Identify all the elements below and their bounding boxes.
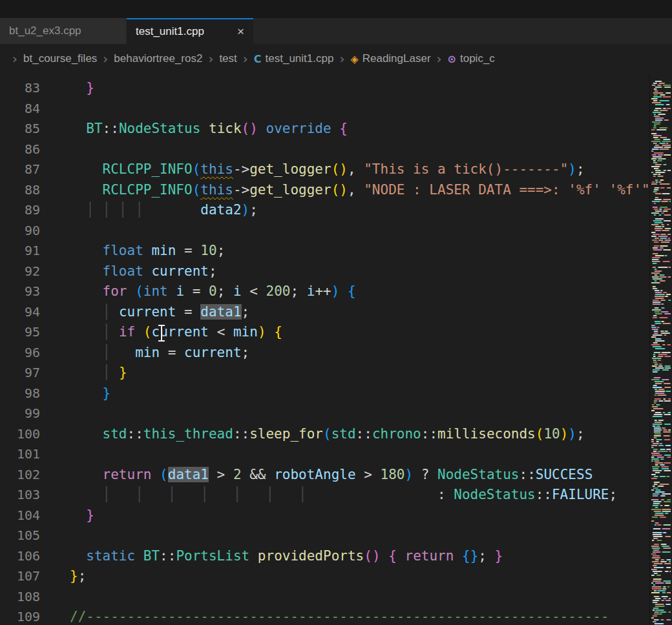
- code-token: ;: [78, 568, 87, 584]
- code-token: [70, 161, 103, 177]
- code-area[interactable]: 83 }8485 BT::NodeStatus tick() override …: [0, 74, 649, 625]
- code-line[interactable]: 100 std::this_thread::sleep_for(std::chr…: [0, 424, 649, 445]
- breadcrumb-item[interactable]: bt_course_files: [23, 52, 97, 65]
- code-line[interactable]: 104 }: [0, 506, 649, 526]
- code-line[interactable]: 84: [0, 99, 649, 119]
- method-icon: ⊙: [448, 53, 456, 65]
- code-token: this: [200, 182, 233, 198]
- code-line[interactable]: 93 for (int i = 0; i < 200; i++) {: [0, 282, 649, 302]
- code-text: }: [40, 506, 94, 526]
- code-token: (: [160, 467, 168, 482]
- breadcrumb-item[interactable]: test: [219, 52, 236, 65]
- code-token: return: [103, 467, 152, 482]
- code-text: float min = 10;: [40, 241, 225, 261]
- code-token: │ │ │ │: [86, 202, 143, 218]
- code-token: ::: [356, 426, 372, 442]
- code-token: >: [356, 467, 381, 482]
- code-text: return (data1 > 2 && robotAngle > 180) ?…: [40, 465, 593, 486]
- code-token: ;: [242, 345, 250, 360]
- code-token: ?: [413, 467, 437, 482]
- close-icon[interactable]: ×: [228, 25, 244, 39]
- breadcrumb-item[interactable]: Ctest_unit1.cpp: [254, 52, 334, 65]
- code-line[interactable]: 83 }: [0, 78, 649, 99]
- code-token: ++: [315, 283, 331, 299]
- code-line[interactable]: 105: [0, 526, 649, 546]
- code-token: min: [151, 243, 176, 258]
- code-token: :: [307, 487, 454, 502]
- tab-test-unit1[interactable]: test_unit1.cpp ×: [127, 18, 253, 44]
- code-token: =: [184, 283, 209, 299]
- code-token: [110, 324, 119, 340]
- chevron-right-icon: ›: [103, 51, 108, 67]
- breadcrumb-item[interactable]: ◈ReadingLaser: [350, 52, 430, 65]
- code-line[interactable]: 107};: [0, 566, 649, 587]
- code-token: ::: [519, 467, 535, 482]
- code-token: get_logger: [249, 182, 331, 198]
- code-line[interactable]: 89 │ │ │ │ data2);: [0, 200, 649, 221]
- code-token: <: [209, 324, 233, 340]
- code-token: ,: [348, 161, 364, 177]
- code-line[interactable]: 92 float current;: [0, 261, 649, 282]
- code-token: [70, 121, 86, 136]
- code-token: ::: [160, 548, 176, 564]
- breadcrumb-item[interactable]: ⊙topic_c: [448, 52, 495, 65]
- code-token: [70, 548, 86, 564]
- breadcrumb-item[interactable]: behaviortree_ros2: [114, 52, 202, 65]
- code-token: │ │ │ │ │ │ │: [103, 487, 307, 502]
- code-line[interactable]: 99: [0, 404, 649, 424]
- code-line[interactable]: 88 RCLCPP_INFO(this->get_logger(), "NODE…: [0, 180, 649, 201]
- chevron-right-icon: ›: [12, 51, 17, 67]
- code-token: [70, 345, 103, 360]
- code-line[interactable]: 94 │ current = data1;: [0, 302, 649, 323]
- code-token: [258, 121, 266, 136]
- code-token: [110, 365, 119, 380]
- code-token: [70, 324, 103, 340]
- code-token: ;: [217, 243, 226, 258]
- code-token: BT: [86, 121, 102, 136]
- code-token: min: [135, 345, 160, 360]
- code-line[interactable]: 91 float min = 10;: [0, 241, 649, 261]
- code-line[interactable]: 108: [0, 587, 649, 608]
- code-line[interactable]: 98 }: [0, 384, 649, 404]
- code-token: >: [209, 467, 233, 482]
- code-line[interactable]: 96 │ min = current;: [0, 343, 649, 364]
- line-number: 91: [0, 241, 40, 261]
- code-text: for (int i = 0; i < 200; i++) {: [40, 282, 356, 302]
- code-line[interactable]: 102 return (data1 > 2 && robotAngle > 18…: [0, 465, 649, 486]
- code-token: [70, 304, 103, 320]
- code-token: i: [176, 283, 184, 299]
- line-number: 85: [0, 119, 40, 139]
- code-line[interactable]: 101: [0, 444, 649, 465]
- code-token: (: [193, 182, 201, 198]
- code-line[interactable]: 109//-----------------------------------…: [0, 607, 649, 625]
- tab-bt-u2-ex3[interactable]: bt_u2_ex3.cpp: [0, 18, 127, 44]
- code-token: [143, 243, 152, 258]
- code-token: ::: [233, 426, 249, 442]
- code-token: [266, 324, 275, 340]
- code-text: │ current = data1;: [40, 302, 249, 323]
- line-number: 88: [0, 180, 40, 201]
- code-text: //--------------------------------------…: [40, 607, 609, 625]
- code-token: (: [323, 426, 331, 442]
- minimap[interactable]: [649, 74, 672, 625]
- code-line[interactable]: 95 │ if (current < min) {: [0, 322, 649, 343]
- code-text: [40, 444, 70, 465]
- code-token: current: [152, 324, 209, 340]
- code-line[interactable]: 103 │ │ │ │ │ │ │ : NodeStatus::FAILURE;: [0, 485, 649, 506]
- code-token: PortsList: [176, 548, 249, 564]
- line-number: 90: [0, 221, 40, 241]
- code-token: ;: [249, 202, 258, 218]
- code-text: }: [40, 384, 110, 404]
- code-line[interactable]: 87 RCLCPP_INFO(this->get_logger(), "This…: [0, 159, 649, 180]
- code-token: [110, 304, 119, 320]
- code-token: std: [103, 426, 127, 442]
- code-token: 10: [543, 426, 560, 442]
- code-line[interactable]: 106 static BT::PortsList providedPorts()…: [0, 546, 649, 567]
- code-line[interactable]: 97 │ }: [0, 363, 649, 384]
- code-line[interactable]: 90: [0, 221, 649, 241]
- code-token: static: [86, 548, 135, 564]
- code-line[interactable]: 86: [0, 139, 649, 160]
- code-token: [70, 487, 103, 502]
- code-token: [135, 324, 143, 340]
- code-line[interactable]: 85 BT::NodeStatus tick() override {: [0, 119, 649, 139]
